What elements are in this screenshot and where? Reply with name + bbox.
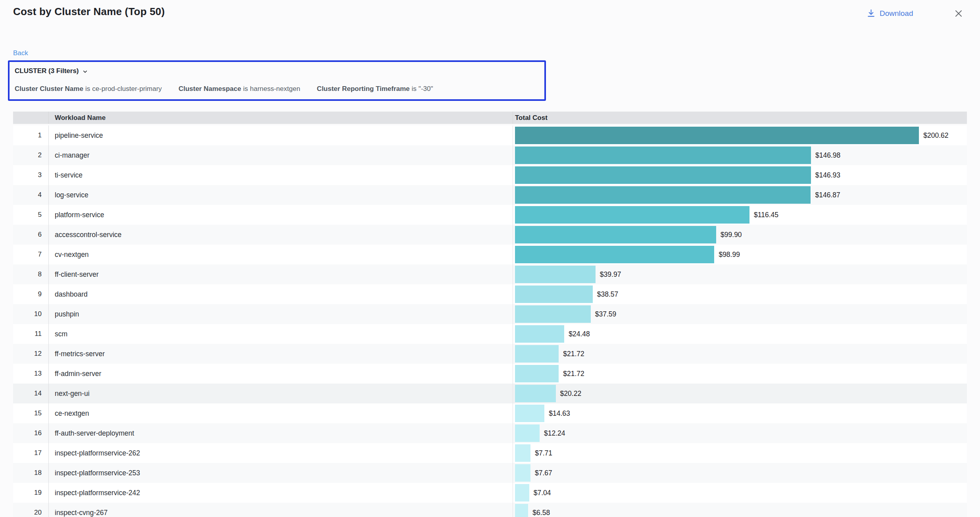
total-cost-cell: $116.45 <box>513 205 967 225</box>
total-cost-cell: $24.48 <box>513 324 967 344</box>
table-row: 5 platform-service $116.45 <box>13 205 967 225</box>
total-cost-cell: $39.97 <box>513 264 967 284</box>
workload-name-cell: pushpin <box>48 304 513 324</box>
total-cost-cell: $98.99 <box>513 245 967 264</box>
table-row: 13 ff-admin-server $21.72 <box>13 364 967 384</box>
cost-value-label: $21.72 <box>563 370 584 378</box>
table-row: 19 inspect-platformservice-242 $7.04 <box>13 483 967 503</box>
download-label: Download <box>880 9 913 18</box>
total-cost-cell: $21.72 <box>513 344 967 364</box>
table-row: 1 pipeline-service $200.62 <box>13 125 967 145</box>
total-cost-cell: $37.59 <box>513 304 967 324</box>
workload-name-cell: cv-nextgen <box>48 245 513 264</box>
cost-drilldown-panel: Cost by Cluster Name (Top 50) Download B… <box>0 0 980 517</box>
cost-value-label: $146.98 <box>815 151 840 160</box>
cluster-filter-dropdown[interactable]: CLUSTER (3 Filters) <box>15 67 88 75</box>
workload-name-cell: ff-client-server <box>48 264 513 284</box>
cost-bar <box>515 325 564 343</box>
rank-cell: 3 <box>13 165 48 185</box>
cost-bar <box>515 464 530 482</box>
workload-cost-table: Workload Name Total Cost 1 pipeline-serv… <box>13 112 967 517</box>
cost-bar <box>515 226 716 243</box>
cost-bar <box>515 385 556 402</box>
table-row: 11 scm $24.48 <box>13 324 967 344</box>
total-cost-cell: $7.71 <box>513 443 967 463</box>
cost-bar <box>515 127 919 144</box>
table-row: 3 ti-service $146.93 <box>13 165 967 185</box>
cost-bar <box>515 405 544 422</box>
workload-name-cell: dashboard <box>48 284 513 304</box>
workload-name-cell: inspect-platformservice-262 <box>48 443 513 463</box>
workload-name-cell: scm <box>48 324 513 344</box>
cost-value-label: $99.90 <box>721 231 742 239</box>
table-row: 8 ff-client-server $39.97 <box>13 264 967 284</box>
rank-column-header <box>13 112 48 124</box>
cost-value-label: $6.58 <box>532 509 550 517</box>
cost-bar <box>515 286 593 303</box>
cost-value-label: $98.99 <box>719 251 740 259</box>
workload-name-cell: ff-metrics-server <box>48 344 513 364</box>
filter-reporting-timeframe: Cluster Reporting Timeframe is "-30" <box>317 85 433 93</box>
table-row: 10 pushpin $37.59 <box>13 304 967 324</box>
cost-value-label: $116.45 <box>754 211 778 219</box>
rank-cell: 11 <box>13 324 48 344</box>
download-button[interactable]: Download <box>867 9 913 18</box>
total-cost-cell: $12.24 <box>513 423 967 443</box>
table-row: 18 inspect-platformservice-253 $7.67 <box>13 463 967 483</box>
workload-name-cell: next-gen-ui <box>48 384 513 403</box>
total-cost-cell: $21.72 <box>513 364 967 384</box>
cost-value-label: $7.71 <box>535 449 552 457</box>
cost-bar <box>515 147 811 164</box>
workload-name-cell: inspect-cvng-267 <box>48 503 513 517</box>
total-cost-cell: $14.63 <box>513 403 967 423</box>
workload-name-cell: ti-service <box>48 165 513 185</box>
rank-cell: 15 <box>13 403 48 423</box>
rank-cell: 19 <box>13 483 48 503</box>
cost-value-label: $200.62 <box>923 131 948 140</box>
total-cost-column-header: Total Cost <box>513 112 967 124</box>
table-row: 14 next-gen-ui $20.22 <box>13 384 967 403</box>
table-row: 7 cv-nextgen $98.99 <box>13 245 967 264</box>
total-cost-cell: $7.04 <box>513 483 967 503</box>
cost-value-label: $20.22 <box>560 390 582 398</box>
table-body: 1 pipeline-service $200.62 2 ci-manager … <box>13 125 967 517</box>
workload-name-cell: platform-service <box>48 205 513 225</box>
cost-value-label: $39.97 <box>600 270 621 279</box>
workload-name-column-header: Workload Name <box>48 112 513 124</box>
download-icon <box>867 9 876 18</box>
table-row: 9 dashboard $38.57 <box>13 284 967 304</box>
cost-value-label: $24.48 <box>569 330 590 338</box>
rank-cell: 10 <box>13 304 48 324</box>
close-icon[interactable] <box>952 7 965 20</box>
cluster-filter-summary-label: CLUSTER (3 Filters) <box>15 67 79 75</box>
rank-cell: 9 <box>13 284 48 304</box>
cost-value-label: $21.72 <box>563 350 584 358</box>
rank-cell: 6 <box>13 225 48 245</box>
rank-cell: 17 <box>13 443 48 463</box>
rank-cell: 1 <box>13 125 48 145</box>
table-row: 2 ci-manager $146.98 <box>13 145 967 165</box>
rank-cell: 13 <box>13 364 48 384</box>
cost-bar <box>515 246 714 263</box>
cost-value-label: $7.67 <box>535 469 552 477</box>
cost-value-label: $12.24 <box>544 429 565 438</box>
workload-name-cell: pipeline-service <box>48 125 513 145</box>
filter-cluster-name: Cluster Cluster Name is ce-prod-cluster-… <box>15 85 162 93</box>
back-link[interactable]: Back <box>13 49 28 57</box>
table-row: 4 log-service $146.87 <box>13 185 967 205</box>
workload-name-cell: accesscontrol-service <box>48 225 513 245</box>
applied-filters: Cluster Cluster Name is ce-prod-cluster-… <box>15 85 539 93</box>
workload-name-cell: ff-auth-server-deployment <box>48 423 513 443</box>
total-cost-cell: $146.87 <box>513 185 967 205</box>
table-row: 12 ff-metrics-server $21.72 <box>13 344 967 364</box>
cost-value-label: $7.04 <box>534 489 551 497</box>
cost-bar <box>515 484 529 502</box>
total-cost-cell: $6.58 <box>513 503 967 517</box>
table-row: 17 inspect-platformservice-262 $7.71 <box>13 443 967 463</box>
total-cost-cell: $200.62 <box>513 125 967 145</box>
cost-bar <box>515 206 749 224</box>
page-title: Cost by Cluster Name (Top 50) <box>13 6 165 18</box>
total-cost-cell: $146.93 <box>513 165 967 185</box>
cost-bar <box>515 504 528 517</box>
table-row: 15 ce-nextgen $14.63 <box>13 403 967 423</box>
